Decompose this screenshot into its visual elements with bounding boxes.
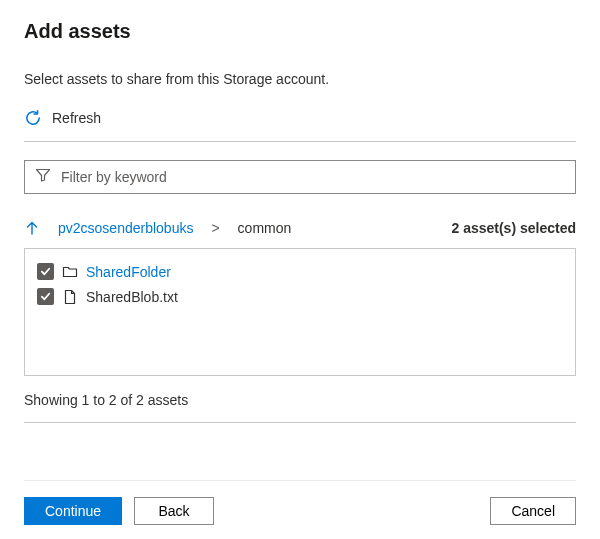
breadcrumb-separator: >: [211, 220, 219, 236]
asset-name[interactable]: SharedBlob.txt: [86, 289, 178, 305]
refresh-icon: [24, 109, 42, 127]
checkbox[interactable]: [37, 263, 54, 280]
folder-icon: [62, 264, 78, 280]
asset-name[interactable]: SharedFolder: [86, 264, 171, 280]
filter-input[interactable]: [61, 169, 565, 185]
checkbox[interactable]: [37, 288, 54, 305]
cancel-button[interactable]: Cancel: [490, 497, 576, 525]
breadcrumb: pv2csosenderblobuks > common: [24, 220, 291, 236]
refresh-button[interactable]: Refresh: [24, 109, 576, 142]
footer-left: Continue Back: [24, 497, 214, 525]
refresh-label: Refresh: [52, 110, 101, 126]
up-arrow-icon[interactable]: [24, 220, 40, 236]
list-item[interactable]: SharedFolder: [37, 259, 563, 284]
filter-input-container[interactable]: [24, 160, 576, 194]
continue-button[interactable]: Continue: [24, 497, 122, 525]
breadcrumb-root[interactable]: pv2csosenderblobuks: [58, 220, 193, 236]
filter-icon: [35, 167, 51, 187]
page-title: Add assets: [24, 20, 576, 43]
page-subtitle: Select assets to share from this Storage…: [24, 71, 576, 87]
showing-text: Showing 1 to 2 of 2 assets: [24, 392, 576, 423]
breadcrumb-bar: pv2csosenderblobuks > common 2 asset(s) …: [24, 220, 576, 236]
back-button[interactable]: Back: [134, 497, 214, 525]
file-icon: [62, 289, 78, 305]
selection-count: 2 asset(s) selected: [451, 220, 576, 236]
list-item[interactable]: SharedBlob.txt: [37, 284, 563, 309]
asset-listing: SharedFolder SharedBlob.txt: [24, 248, 576, 376]
footer: Continue Back Cancel: [24, 480, 576, 525]
breadcrumb-current: common: [238, 220, 292, 236]
